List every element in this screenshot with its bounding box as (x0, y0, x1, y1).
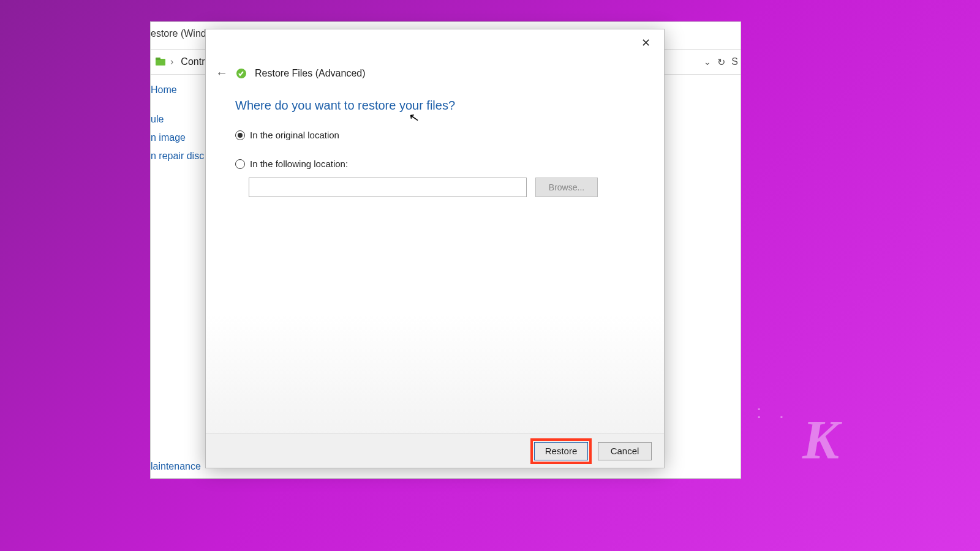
chevron-down-icon[interactable]: ⌄ (704, 57, 711, 67)
svg-rect-1 (156, 58, 160, 60)
radio-icon (235, 130, 245, 140)
radio-icon (235, 159, 245, 169)
sidebar: Home ule n image n repair disc (151, 81, 206, 165)
folder-icon (154, 56, 167, 68)
sidebar-item[interactable]: n image (151, 129, 206, 147)
sidebar-item[interactable]: n repair disc (151, 147, 206, 165)
radio-original-location[interactable]: In the original location (235, 130, 635, 140)
cancel-button[interactable]: Cancel (598, 442, 652, 460)
restore-icon (235, 67, 247, 80)
refresh-icon[interactable]: ↻ (717, 56, 725, 68)
sidebar-home[interactable]: Home (151, 81, 206, 99)
search-input-partial[interactable]: S (731, 56, 738, 67)
browse-button[interactable]: Browse... (535, 178, 598, 197)
location-input-row: Browse... (249, 178, 635, 197)
logo-dots: : . (756, 402, 790, 422)
restore-button[interactable]: Restore (534, 442, 588, 460)
close-icon: ✕ (641, 36, 650, 50)
wizard-body: Where do you want to restore your files?… (206, 80, 664, 197)
radio-label: In the following location: (250, 159, 348, 169)
sidebar-item[interactable]: ule (151, 110, 206, 129)
wizard-titlebar: ✕ (206, 29, 664, 54)
watermark-logo: K (802, 408, 839, 471)
back-arrow-icon[interactable]: ← (216, 66, 228, 80)
wizard-title: Restore Files (Advanced) (255, 68, 366, 79)
wizard-footer: Restore Cancel (206, 433, 664, 468)
restore-wizard-dialog: ✕ ← Restore Files (Advanced) Where do yo… (205, 29, 665, 468)
wizard-heading: Where do you want to restore your files? (235, 99, 635, 113)
wizard-header: ← Restore Files (Advanced) (206, 54, 664, 80)
location-path-input[interactable] (249, 178, 527, 197)
sidebar-footer[interactable]: laintenance (151, 461, 201, 472)
close-button[interactable]: ✕ (633, 34, 658, 51)
radio-label: In the original location (250, 130, 339, 140)
breadcrumb-separator: › (170, 56, 173, 67)
radio-following-location[interactable]: In the following location: (235, 159, 635, 169)
